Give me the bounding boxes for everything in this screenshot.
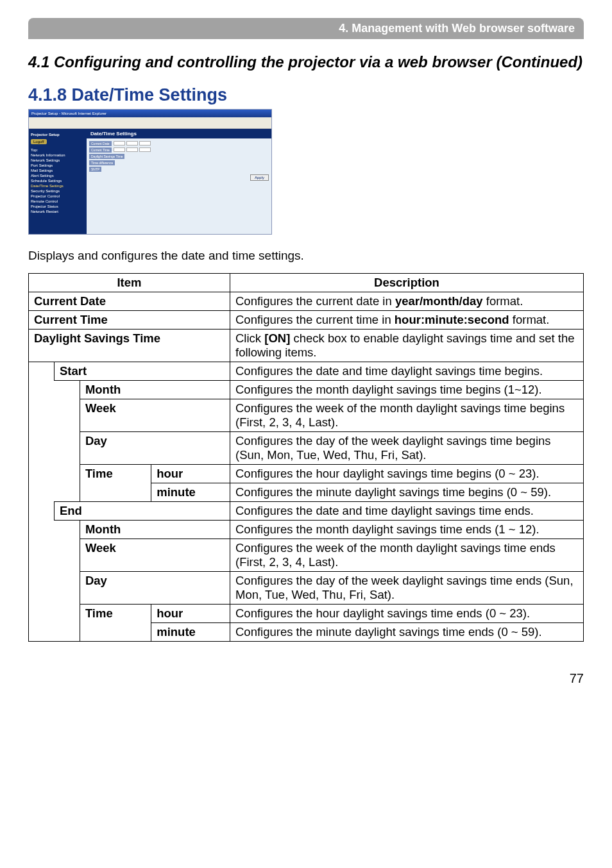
row-desc: Configures the day of the week daylight … xyxy=(230,432,584,465)
row-desc: Configures the date and time daylight sa… xyxy=(230,362,584,381)
sidebar-item-active[interactable]: Date/Time Settings xyxy=(31,184,85,188)
browser-toolbar xyxy=(29,117,271,129)
row-label: Week xyxy=(85,541,116,555)
row-label: hour xyxy=(157,606,183,620)
sidebar-item[interactable]: Remote Control xyxy=(31,199,85,203)
sidebar-item[interactable]: Schedule Settings xyxy=(31,179,85,183)
sidebar-item[interactable]: Network Settings xyxy=(31,158,85,162)
settings-table: Item Description Current Date Configures… xyxy=(28,273,584,642)
row-label: Time xyxy=(85,467,113,480)
table-row: Month Configures the month daylight savi… xyxy=(29,381,584,399)
table-row: Current Date Configures the current date… xyxy=(29,292,584,311)
sidebar-item[interactable]: Top: xyxy=(31,148,85,152)
row-desc: Configures the hour daylight savings tim… xyxy=(230,605,584,623)
row-label: hour xyxy=(157,467,183,480)
row-label: Week xyxy=(85,401,116,415)
sidebar-item[interactable]: Projector Control xyxy=(31,194,85,198)
sidebar-item[interactable]: Security Settings xyxy=(31,189,85,193)
row-desc: Configures the month daylight savings ti… xyxy=(230,381,584,399)
table-row: Week Configures the week of the month da… xyxy=(29,399,584,432)
table-row: Current Time Configures the current time… xyxy=(29,311,584,330)
row-desc: Configures the minute daylight savings t… xyxy=(230,483,584,502)
sidebar-item[interactable]: Mail Settings xyxy=(31,169,85,172)
row-desc: Click [ON] check box to enable daylight … xyxy=(230,330,584,362)
row-desc: Configures the month daylight savings ti… xyxy=(230,521,584,539)
th-item: Item xyxy=(29,274,230,292)
sidebar-item[interactable]: Projector Status xyxy=(31,204,85,208)
row-desc: Configures the date and time daylight sa… xyxy=(230,502,584,521)
sidebar-item[interactable]: Network Restart xyxy=(31,210,85,213)
row-label: Month xyxy=(85,522,121,536)
sidebar-title: Projector Setup xyxy=(31,133,85,137)
table-row: Start Configures the date and time dayli… xyxy=(29,362,584,381)
table-row: Time hour Configures the hour daylight s… xyxy=(29,465,584,483)
sidebar-item[interactable]: Port Settings xyxy=(31,163,85,167)
chapter-title: 4. Management with Web browser software xyxy=(28,18,584,39)
table-row: Time hour Configures the hour daylight s… xyxy=(29,605,584,623)
row-label: Current Date xyxy=(34,294,106,308)
table-row: Day Configures the day of the week dayli… xyxy=(29,572,584,605)
table-row: Day Configures the day of the week dayli… xyxy=(29,432,584,465)
row-desc: Configures the hour daylight savings tim… xyxy=(230,465,584,483)
window-titlebar: Projector Setup - Microsoft Internet Exp… xyxy=(29,110,271,117)
page-number: 77 xyxy=(28,671,584,686)
th-description: Description xyxy=(230,274,584,292)
row-desc: Configures the current time in hour:minu… xyxy=(230,311,584,330)
row-label: End xyxy=(60,504,82,517)
sidebar-item[interactable]: Alert Settings xyxy=(31,174,85,178)
table-row: Week Configures the week of the month da… xyxy=(29,539,584,572)
row-desc: Configures the week of the month dayligh… xyxy=(230,399,584,432)
table-row: End Configures the date and time dayligh… xyxy=(29,502,584,521)
apply-button[interactable]: Apply xyxy=(250,174,269,181)
row-desc: Configures the minute daylight savings t… xyxy=(230,623,584,642)
sidebar: Projector Setup Logoff Top: Network Info… xyxy=(29,129,87,234)
main-panel: Date/Time Settings Current Date Current … xyxy=(87,129,271,234)
row-label: Day xyxy=(85,434,107,447)
row-label: Day xyxy=(85,574,107,587)
row-label: Daylight Savings Time xyxy=(34,331,160,345)
logoff-button[interactable]: Logoff xyxy=(31,139,47,144)
row-label: Current Time xyxy=(34,313,108,326)
table-row: Month Configures the month daylight savi… xyxy=(29,521,584,539)
row-desc: Configures the week of the month dayligh… xyxy=(230,539,584,572)
sidebar-item[interactable]: Network Information xyxy=(31,153,85,157)
row-label: minute xyxy=(157,625,196,638)
row-label: Time xyxy=(85,606,113,620)
table-row: Daylight Savings Time Click [ON] check b… xyxy=(29,330,584,362)
section-header: 4.1 Configuring and controlling the proj… xyxy=(28,53,584,71)
row-label: Month xyxy=(85,383,121,396)
row-desc: Configures the day of the week daylight … xyxy=(230,572,584,605)
row-label: minute xyxy=(157,485,196,499)
settings-screenshot: Projector Setup - Microsoft Internet Exp… xyxy=(28,109,272,235)
row-label: Start xyxy=(60,364,87,378)
intro-text: Displays and configures the date and tim… xyxy=(28,249,584,263)
subsection-header: 4.1.8 Date/Time Settings xyxy=(28,85,584,105)
panel-title: Date/Time Settings xyxy=(87,129,271,138)
row-desc: Configures the current date in year/mont… xyxy=(230,292,584,311)
